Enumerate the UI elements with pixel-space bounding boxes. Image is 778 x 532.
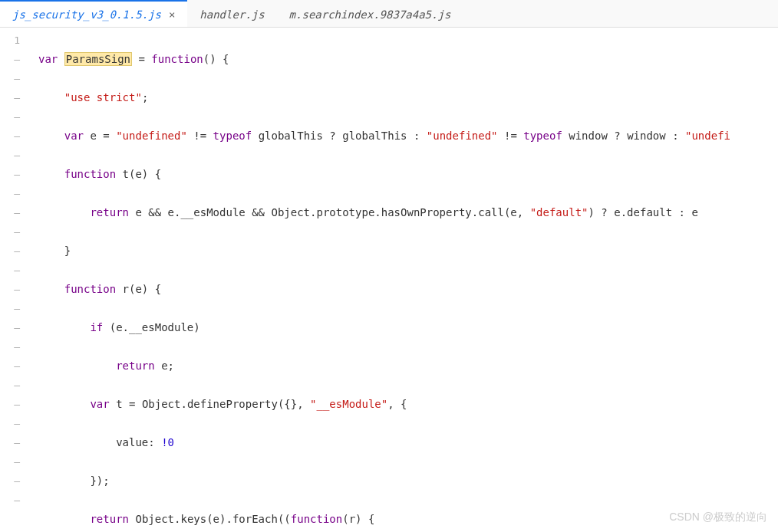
- close-icon[interactable]: ×: [169, 8, 175, 21]
- line-marker: —: [0, 395, 20, 414]
- line-marker: —: [0, 452, 20, 471]
- line-marker: —: [0, 491, 20, 510]
- tab-searchindex[interactable]: m.searchindex.9837a4a5.js: [277, 0, 463, 27]
- line-marker: —: [0, 433, 20, 452]
- code-editor: 1 — — — — — — — — — — — — — — — — — — — …: [0, 28, 778, 532]
- tab-label: handler.js: [199, 8, 264, 21]
- line-marker: —: [0, 50, 20, 69]
- line-number: 1: [0, 31, 20, 50]
- line-marker: —: [0, 356, 20, 376]
- line-gutter: 1 — — — — — — — — — — — — — — — — — — — …: [0, 28, 31, 532]
- code-area[interactable]: var ParamsSign = function() { "use stric…: [31, 28, 778, 532]
- line-marker: —: [0, 318, 20, 337]
- line-marker: —: [0, 280, 20, 299]
- tab-label: m.searchindex.9837a4a5.js: [289, 8, 451, 21]
- line-marker: —: [0, 299, 20, 318]
- tab-label: js_security_v3_0.1.5.js: [12, 8, 161, 21]
- line-marker: —: [0, 376, 20, 395]
- line-marker: —: [0, 184, 20, 203]
- line-marker: —: [0, 241, 20, 261]
- line-marker: —: [0, 88, 20, 107]
- line-marker: —: [0, 107, 20, 126]
- line-marker: —: [0, 165, 20, 184]
- tab-js-security[interactable]: js_security_v3_0.1.5.js ×: [0, 0, 187, 27]
- line-marker: —: [0, 222, 20, 241]
- tab-bar: js_security_v3_0.1.5.js × handler.js m.s…: [0, 0, 778, 28]
- line-marker: —: [0, 203, 20, 222]
- line-marker: —: [0, 337, 20, 356]
- line-marker: —: [0, 261, 20, 280]
- line-marker: —: [0, 471, 20, 491]
- line-marker: —: [0, 146, 20, 165]
- tab-handler[interactable]: handler.js: [187, 0, 276, 27]
- line-marker: —: [0, 126, 20, 146]
- watermark: CSDN @极致的逆向: [669, 511, 767, 524]
- line-marker: —: [0, 414, 20, 433]
- line-marker: —: [0, 69, 20, 88]
